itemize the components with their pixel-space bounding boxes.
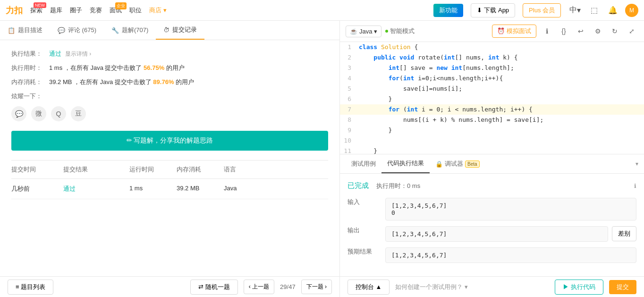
code-line: 10 (340, 136, 644, 146)
input-item: 输入 [1,2,3,4,5,6,7] 0 (347, 198, 636, 221)
lock-icon: 🔒 (435, 161, 443, 168)
line-content: public void rotate(int[] nums, int k) { (359, 52, 644, 63)
nav-problems[interactable]: 题库 (50, 6, 62, 15)
share-icons: 💬 微 Q 豆 (11, 106, 328, 121)
completion-status: 已完成 (347, 181, 369, 190)
tab-test-cases[interactable]: 测试用例 (346, 155, 381, 173)
col-header-runtime: 运行时间 (129, 165, 177, 174)
next-problem-button[interactable]: 下一题 › (301, 280, 332, 294)
nav-jobs[interactable]: 职位 (129, 6, 142, 15)
smart-mode: 智能模式 (385, 27, 415, 35)
page-info: 29/47 (280, 283, 296, 290)
output-item: 输出 [1,2,3,4,5,6,7] 差别 (347, 226, 636, 242)
right-panel: ☕ Java ▾ 智能模式 ⏰ 模拟面试 ℹ {} ↩ ⚙ ↻ ⤢ 1class… (340, 21, 644, 297)
code-line: 6 } (340, 94, 644, 104)
console-button[interactable]: 控制台 ▲ (347, 280, 390, 295)
submission-table: 提交时间 提交结果 运行时间 内存消耗 语言 几秒前 通过 1 ms 39.2 … (11, 160, 328, 199)
tab-comments[interactable]: 💬 评论 (675) (50, 21, 104, 40)
input-value: [1,2,3,4,5,6,7] 0 (385, 198, 636, 221)
test-tabs: 测试用例 代码执行结果 🔒 调试器 Beta ▾ (340, 154, 644, 174)
prev-problem-button[interactable]: ‹ 上一题 (244, 280, 274, 294)
memory-desc-prefix: ，在所有 Java 提交中击败了 (74, 78, 152, 85)
description-icon: 📋 (8, 27, 15, 34)
undo-icon-btn[interactable]: ↩ (574, 25, 587, 38)
line-number: 8 (340, 115, 359, 125)
time-label: 执行用时： (11, 64, 49, 72)
logo[interactable]: 力扣 (6, 5, 23, 16)
expected-label: 预期结果 (347, 247, 385, 256)
code-line: 3 int[] save = new int[nums.length]; (340, 63, 644, 73)
line-content: for(int i=0;i<nums.length;i++){ (359, 73, 644, 84)
expand-icon-btn[interactable]: ⤢ (625, 25, 638, 38)
nav-contest[interactable]: 竞赛 (90, 6, 102, 15)
tab-debugger[interactable]: 🔒 调试器 Beta (430, 155, 485, 173)
download-app-button[interactable]: ⬇ 下载 App (471, 3, 515, 17)
line-content: class Solution { (359, 42, 644, 52)
wechat-share-btn[interactable]: 💬 (11, 106, 26, 121)
row-result[interactable]: 通过 (63, 185, 129, 193)
line-number: 6 (340, 94, 359, 104)
nav-interview[interactable]: 面试 企业 (110, 6, 122, 15)
col-header-lang: 语言 (224, 165, 328, 174)
tab-solutions[interactable]: 🔧 题解(707) (104, 21, 156, 40)
time-row: 执行用时： 1 ms ，在所有 Java 提交中击败了 56.75% 的用户 (11, 64, 328, 72)
nav-shop[interactable]: 商店 ▾ (149, 6, 167, 15)
plus-member-button[interactable]: Plus 会员 (523, 3, 561, 17)
expected-item: 预期结果 [1,2,3,4,5,6,7] (347, 247, 636, 263)
nav-explore[interactable]: 探索 NEW (30, 6, 42, 15)
memory-label: 内存消耗： (11, 78, 49, 86)
lang-selector[interactable]: 中 ▾ (568, 4, 582, 17)
result-info-icon[interactable]: ℹ (634, 183, 636, 189)
write-solution-button[interactable]: ✏ 写题解，分享我的解题思路 (11, 131, 328, 151)
tab-submissions[interactable]: ⏱ 提交记录 (156, 21, 204, 40)
code-line: 5 save[i]=nums[i]; (340, 84, 644, 94)
chevron-down-icon[interactable]: ▾ (636, 161, 638, 167)
nav-circle[interactable]: 圈子 (70, 6, 82, 15)
solution-icon: 🔧 (111, 27, 119, 34)
line-number: 1 (340, 42, 359, 52)
douban-share-btn[interactable]: 豆 (71, 106, 86, 121)
line-number: 7 (340, 104, 359, 115)
time-desc-suffix: 的用户 (166, 64, 185, 71)
tab-execution-result[interactable]: 代码执行结果 (381, 154, 430, 173)
line-content: nums[(i + k) % nums.length] = save[i]; (359, 115, 644, 125)
qq-share-btn[interactable]: Q (51, 106, 66, 121)
diff-button[interactable]: 差别 (612, 226, 636, 241)
logo-icon: 力扣 (6, 5, 23, 16)
format-icon-btn[interactable]: {} (557, 25, 570, 38)
detail-link[interactable]: 显示详情 › (65, 50, 91, 58)
language-label: Java (359, 28, 372, 35)
execution-result-row: 执行结果： 通过 显示详情 › (11, 50, 328, 58)
mock-interview-button[interactable]: ⏰ 模拟面试 (492, 25, 536, 38)
avatar[interactable]: M (625, 4, 638, 17)
code-line: 11 } (340, 146, 644, 154)
execution-time: 执行用时：0 ms (376, 182, 420, 190)
run-code-button[interactable]: ▶ 执行代码 (555, 280, 603, 295)
test-example-help[interactable]: 如何创建一个测试用例？ ▾ (395, 283, 468, 291)
line-number: 11 (340, 146, 359, 154)
restore-icon-btn[interactable]: ↻ (608, 25, 621, 38)
tab-description[interactable]: 📋 题目描述 (0, 21, 50, 40)
memory-percent: 89.76% (153, 78, 174, 85)
random-problem-button[interactable]: ⇄ 随机一题 (190, 280, 238, 295)
share-row: 炫耀一下： (11, 92, 328, 101)
weibo-share-btn[interactable]: 微 (31, 106, 46, 121)
left-panel: 📋 题目描述 💬 评论 (675) 🔧 题解(707) ⏱ 提交记录 执行结果：… (0, 21, 340, 297)
share-label: 炫耀一下： (11, 92, 49, 101)
download-icon: ⬇ (477, 7, 482, 14)
line-number: 3 (340, 63, 359, 73)
table-header: 提交时间 提交结果 运行时间 内存消耗 语言 (11, 161, 328, 179)
problem-list-button[interactable]: ≡ 题目列表 (8, 280, 53, 295)
col-header-result: 提交结果 (63, 165, 129, 174)
comment-icon: 💬 (58, 27, 65, 34)
result-panel: 执行结果： 通过 显示详情 › 执行用时： 1 ms ，在所有 Java 提交中… (0, 40, 339, 276)
language-selector[interactable]: ☕ Java ▾ (346, 25, 381, 37)
code-line: 8 nums[(i + k) % nums.length] = save[i]; (340, 115, 644, 125)
notification-icon[interactable]: 🔔 (606, 4, 619, 17)
info-icon-btn[interactable]: ℹ (540, 25, 553, 38)
submit-button[interactable]: 提交 (609, 280, 636, 294)
new-feature-button[interactable]: 新功能 (433, 4, 463, 17)
code-editor[interactable]: 1class Solution {2 public void rotate(in… (340, 42, 644, 154)
screen-icon[interactable]: ⬚ (587, 4, 601, 17)
settings-icon-btn[interactable]: ⚙ (591, 25, 604, 38)
